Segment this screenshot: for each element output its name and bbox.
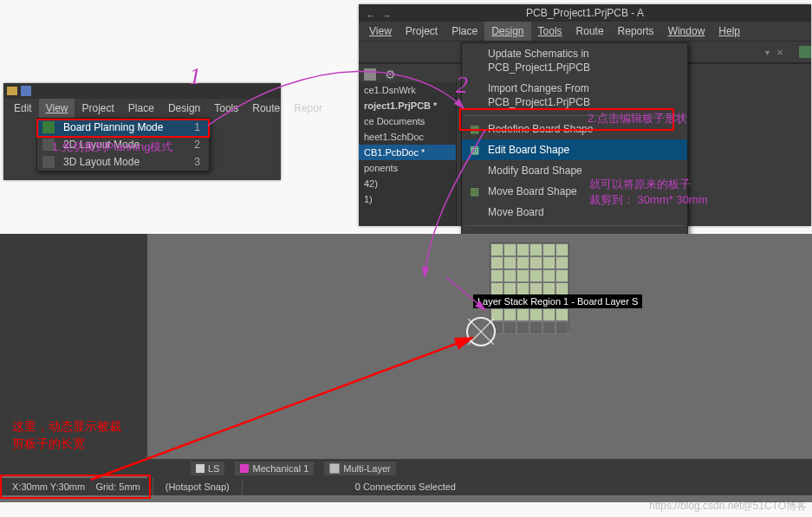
menu-tools-r[interactable]: Tools [531, 22, 569, 41]
layer-tab-ls[interactable]: LS [191, 462, 224, 475]
region-tooltip: Layer Stack Region 1 - Board Layer S [473, 294, 642, 308]
prj-item-active[interactable]: CB1.PcbDoc * [359, 145, 456, 160]
menu-item-import-changes[interactable]: Import Changes From PCB_Project1.PrjPCB [462, 78, 687, 113]
panel-design-menu: ← → PCB_Project1.PrjPCB - A View Project… [359, 4, 811, 226]
prj-item[interactable]: ce1.DsnWrk [359, 82, 456, 98]
editor-canvas[interactable] [147, 234, 812, 459]
number-1: 1 [189, 62, 201, 90]
swatch-ls [196, 464, 205, 473]
menu-place-r[interactable]: Place [445, 22, 484, 41]
layer-tab-mech[interactable]: Mechanical 1 [235, 462, 314, 475]
layer-tab-multi[interactable]: Multi-Layer [324, 462, 395, 475]
menu-tools[interactable]: Tools [207, 99, 245, 118]
menu-item-update-schematics[interactable]: Update Schematics in PCB_Project1.PrjPCB [462, 43, 687, 78]
crosshair-cursor [466, 317, 496, 346]
board-shape-grid[interactable] [490, 242, 569, 331]
menubar-right: View Project Place Design Tools Route Re… [359, 22, 811, 41]
menu-route-r[interactable]: Route [569, 22, 611, 41]
annotation-bottom-b: 剪板子的长宽 [12, 436, 85, 452]
menu-project-r[interactable]: Project [399, 22, 445, 41]
watermark: https://blog.csdn.net@51CTO博客 [649, 499, 807, 514]
prj-item[interactable]: ce Documents [359, 113, 456, 129]
redefine-icon: ▦ [467, 122, 481, 136]
status-snap: (Hotspot Snap) [153, 478, 243, 495]
doc-icon[interactable] [799, 46, 811, 58]
layer-tabs: LS Mechanical 1 Multi-Layer [147, 459, 812, 478]
titlebar: ← → PCB_Project1.PrjPCB - A [359, 4, 811, 22]
annotation-step3b: 裁剪到： 30mm* 30mm [589, 192, 708, 208]
menu-design[interactable]: Design [161, 99, 207, 118]
number-2: 2 [456, 71, 468, 99]
prj-item[interactable]: ponents [359, 160, 456, 176]
save-icon [21, 86, 31, 96]
prj-item[interactable]: 1) [359, 191, 456, 207]
menubar-left: Edit View Project Place Design Tools Rou… [3, 99, 281, 118]
project-pane: ce1.DsnWrk roject1.PrjPCB * ce Documents… [359, 82, 457, 226]
pcb-editor: Layer Stack Region 1 - Board Layer S LS … [0, 234, 812, 502]
menu-item-3d-layout[interactable]: 3D Layout Mode 3 [37, 153, 209, 171]
status-bar: X:30mm Y:30mm Grid: 5mm (Hotspot Snap) 0… [0, 478, 812, 495]
menu-place[interactable]: Place [121, 99, 161, 118]
menu-reports-r[interactable]: Reports [611, 22, 661, 41]
panel-view-menu: Edit View Project Place Design Tools Rou… [3, 83, 281, 180]
menu-design-r[interactable]: Design [484, 22, 530, 41]
prj-item[interactable]: roject1.PrjPCB * [359, 98, 456, 113]
menu-item-edit-board-shape[interactable]: ▦ Edit Board Shape [462, 139, 687, 160]
design-dropdown: Update Schematics in PCB_Project1.PrjPCB… [461, 42, 688, 262]
back-icon[interactable]: ← [366, 7, 376, 24]
fwd-icon[interactable]: → [381, 7, 392, 24]
menu-edit[interactable]: Edit [7, 99, 39, 118]
pan-icon[interactable] [364, 68, 376, 81]
prj-item[interactable]: heet1.SchDoc [359, 129, 456, 145]
gear-icon[interactable]: ⚙ [385, 68, 396, 81]
menu-project[interactable]: Project [75, 99, 120, 118]
folder-icon [7, 87, 17, 95]
annotation-bottom-a: 这里，动态显示被裁 [12, 419, 121, 435]
planning-icon [42, 121, 55, 133]
menu-help-r[interactable]: Help [711, 22, 747, 41]
menu-route[interactable]: Route [245, 99, 287, 118]
annotation-step3a: 就可以将原来的板子 [589, 177, 691, 192]
menu-window-r[interactable]: Window [661, 22, 712, 41]
prj-item[interactable]: 42) [359, 176, 456, 191]
window-title: PCB_Project1.PrjPCB - A [526, 7, 644, 19]
status-selection: 0 Connections Selected [243, 478, 468, 495]
menu-reports[interactable]: Repor [287, 99, 329, 118]
swatch-mech [240, 464, 249, 473]
swatch-multi [329, 463, 340, 474]
edit-shape-icon: ▦ [467, 143, 481, 157]
status-coords: X:30mm Y:30mm Grid: 5mm [0, 478, 153, 495]
layout3d-icon [42, 156, 55, 168]
menu-view-r[interactable]: View [362, 22, 399, 41]
annotation-step2: 2.点击编辑板子形状 [588, 111, 687, 126]
move-shape-icon: ▦ [467, 184, 481, 198]
annotation-step1: 1.先切换到Planning模式 [52, 139, 172, 155]
menu-view[interactable]: View [39, 99, 75, 118]
menu-item-board-planning[interactable]: Board Planning Mode 1 [37, 119, 209, 136]
